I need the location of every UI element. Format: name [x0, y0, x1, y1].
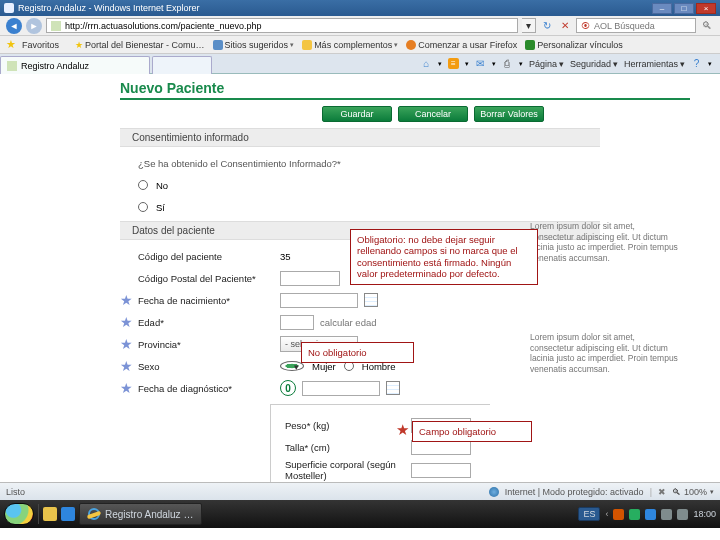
- help-icon[interactable]: ?: [691, 58, 702, 69]
- favlink-personalizar[interactable]: Personalizar vínculos: [523, 40, 625, 50]
- favlink-mas[interactable]: Más complementos▾: [300, 40, 400, 50]
- nacimiento-input[interactable]: [280, 293, 358, 308]
- firefox-icon: [406, 40, 416, 50]
- new-tab-button[interactable]: [152, 56, 212, 74]
- refresh-icon[interactable]: ↻: [540, 19, 554, 33]
- sup-input[interactable]: [411, 463, 471, 478]
- page-icon: [51, 21, 61, 31]
- search-placeholder: AOL Búsqueda: [594, 21, 655, 31]
- url-field[interactable]: http://rrn.actuasolutions.com/paciente_n…: [46, 18, 518, 33]
- window-title: Registro Andaluz - Windows Internet Expl…: [18, 3, 200, 13]
- globe-icon: [489, 487, 499, 497]
- aside-text-1: Lorem ipsum dolor sit amet, consectetur …: [530, 221, 680, 264]
- menu-page[interactable]: Página▾: [529, 59, 564, 69]
- clear-button[interactable]: Borrar Valores: [474, 106, 544, 122]
- favlink-portal[interactable]: ★Portal del Bienestar - Comu…: [73, 40, 207, 50]
- annotation-campo-obligatorio: Campo obligatorio: [412, 421, 532, 442]
- tab-active[interactable]: Registro Andaluz: [0, 56, 150, 74]
- tray-network-icon[interactable]: [677, 509, 688, 520]
- lang-indicator[interactable]: ES: [578, 507, 600, 521]
- tray-volume-icon[interactable]: [661, 509, 672, 520]
- calendar-icon[interactable]: [364, 293, 378, 307]
- search-go-icon[interactable]: 🔍︎: [700, 19, 714, 33]
- minimize-button[interactable]: –: [652, 3, 672, 14]
- search-field[interactable]: ⦿ AOL Búsqueda: [576, 18, 696, 33]
- favorites-star-icon[interactable]: ★: [6, 38, 16, 51]
- cancel-button[interactable]: Cancelar: [398, 106, 468, 122]
- menu-tools[interactable]: Herramientas▾: [624, 59, 685, 69]
- consent-no-label: No: [156, 180, 168, 191]
- diag-input[interactable]: [302, 381, 380, 396]
- aside-text-2: Lorem ipsum dolor sit amet, consectetur …: [530, 332, 680, 375]
- taskbar-app-label: Registro Andaluz …: [105, 509, 193, 520]
- tray-chevron-icon[interactable]: ‹: [605, 509, 608, 519]
- required-star-icon: ★: [120, 358, 133, 374]
- ql-media-icon[interactable]: [61, 507, 75, 521]
- taskbar-app-ie[interactable]: Registro Andaluz …: [79, 503, 202, 525]
- personalize-icon: [525, 40, 535, 50]
- body-measures-box: Peso* (kg) Talla* (cm) Superficie corpor…: [270, 404, 490, 482]
- edad-unit[interactable]: calcular edad: [320, 317, 377, 328]
- consent-yes-label: Sí: [156, 202, 165, 213]
- print-icon[interactable]: ⎙: [502, 58, 513, 69]
- tray-icon[interactable]: [613, 509, 624, 520]
- zoom-value: 100%: [684, 487, 707, 497]
- favlink-firefox[interactable]: Comenzar a usar Firefox: [404, 40, 519, 50]
- sup-label: Superficie corporal (según Mosteller): [285, 459, 411, 481]
- start-button[interactable]: [4, 503, 34, 525]
- annotation-no-obligatorio: No obligatorio: [301, 342, 414, 363]
- tray-icon[interactable]: [645, 509, 656, 520]
- protected-off-icon[interactable]: ✖: [658, 487, 666, 497]
- zoom-icon: 🔍︎: [672, 487, 681, 497]
- postal-label: Código Postal del Paciente*: [138, 273, 280, 284]
- edad-input[interactable]: [280, 315, 314, 330]
- zoom-control[interactable]: 🔍︎ 100% ▾: [672, 487, 714, 497]
- section-consent: Consentimiento informado: [120, 128, 600, 147]
- favlink-sitios[interactable]: Sitios sugeridos▾: [211, 40, 297, 50]
- mail-icon[interactable]: ✉: [475, 58, 486, 69]
- save-button[interactable]: Guardar: [322, 106, 392, 122]
- required-star-icon: ★: [120, 314, 133, 330]
- url-text: http://rrn.actuasolutions.com/paciente_n…: [65, 21, 262, 31]
- required-star-icon: ★: [120, 380, 133, 396]
- codigo-label: Código del paciente: [138, 251, 280, 262]
- calendar-icon[interactable]: [386, 381, 400, 395]
- rss-icon[interactable]: ≡: [448, 58, 459, 69]
- annotation-obligatorio: Obligatorio: no debe dejar seguir rellen…: [350, 229, 538, 285]
- consent-question-label: ¿Se ha obtenido el Consentimiento Inform…: [138, 158, 398, 169]
- menu-security[interactable]: Seguridad▾: [570, 59, 618, 69]
- back-button[interactable]: ◄: [6, 18, 22, 34]
- ql-fileexplorer-icon[interactable]: [43, 507, 57, 521]
- ie-icon: [88, 508, 100, 520]
- action-buttons: Guardar Cancelar Borrar Valores: [322, 106, 720, 122]
- search-icon: ⦿: [581, 21, 590, 31]
- tab-bar: Registro Andaluz ⌂▾ ≡▾ ✉▾ ⎙▾ Página▾ Seg…: [0, 54, 720, 74]
- required-star-icon: ★: [120, 336, 133, 352]
- provincia-label: Provincia*: [138, 339, 280, 350]
- postal-input[interactable]: [280, 271, 340, 286]
- consent-yes-radio[interactable]: [138, 202, 148, 212]
- favorites-bar: ★ Favoritos ★Portal del Bienestar - Comu…: [0, 36, 720, 54]
- diag-help-icon[interactable]: 0: [280, 380, 296, 396]
- tray-icon[interactable]: [629, 509, 640, 520]
- diag-label: Fecha de diagnóstico*: [138, 383, 280, 394]
- home-icon[interactable]: ⌂: [421, 58, 432, 69]
- page-title: Nuevo Paciente: [120, 80, 720, 96]
- maximize-button[interactable]: □: [674, 3, 694, 14]
- page-content: Nuevo Paciente Guardar Cancelar Borrar V…: [0, 74, 720, 482]
- tab-page-icon: [7, 61, 17, 71]
- forward-button[interactable]: ►: [26, 18, 42, 34]
- url-dropdown[interactable]: ▾: [522, 18, 536, 33]
- tab-title: Registro Andaluz: [21, 61, 89, 71]
- consent-no-radio[interactable]: [138, 180, 148, 190]
- close-button[interactable]: ×: [696, 3, 716, 14]
- talla-label: Talla* (cm): [285, 442, 411, 453]
- consent-no-row: No: [138, 180, 168, 191]
- tray-clock[interactable]: 18:00: [693, 509, 716, 519]
- favorites-label[interactable]: Favoritos: [20, 40, 61, 50]
- status-left: Listo: [6, 487, 25, 497]
- window-favicon: [4, 3, 14, 13]
- stop-icon[interactable]: ✕: [558, 19, 572, 33]
- edad-label: Edad*: [138, 317, 280, 328]
- title-rule: [120, 98, 690, 100]
